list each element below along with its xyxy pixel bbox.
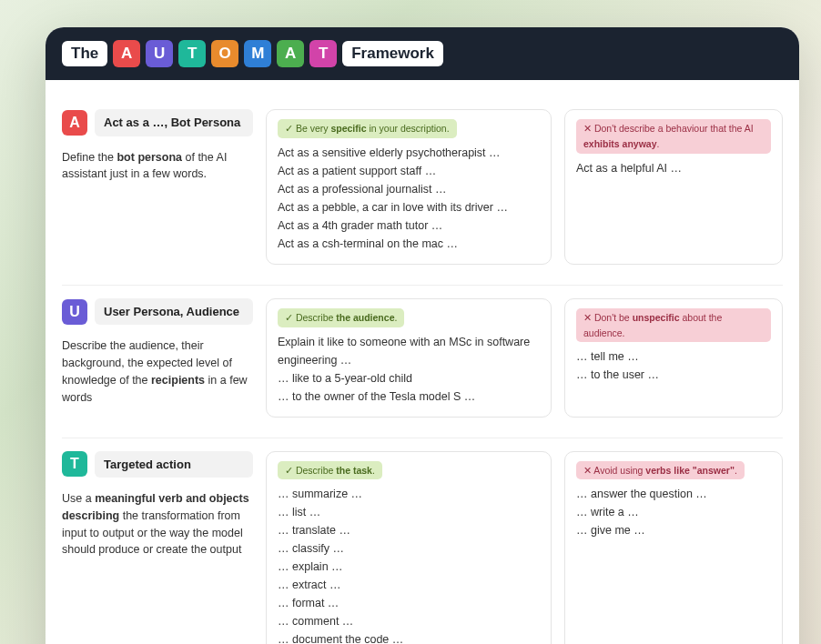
header-letter: A xyxy=(113,40,140,67)
row-heading: TTargeted action xyxy=(62,451,253,478)
card-header: The AUTOMAT Framework xyxy=(46,27,799,80)
header-prefix: The xyxy=(62,41,107,66)
row-description: Use a meaningful verb and objects descri… xyxy=(62,490,253,558)
good-badge: Be very specific in your description. xyxy=(278,119,457,138)
good-examples: … summarize … … list … … translate … … c… xyxy=(278,485,540,644)
row-heading: AAct as a …, Bot Persona xyxy=(62,109,253,136)
row-letter-icon: A xyxy=(62,110,87,136)
header-letter: U xyxy=(146,40,173,67)
card-body: AAct as a …, Bot PersonaDefine the bot p… xyxy=(46,80,799,644)
row-description: Define the bot persona of the AI assista… xyxy=(62,149,253,184)
framework-card: The AUTOMAT Framework AAct as a …, Bot P… xyxy=(46,27,799,644)
bad-panel: Avoid using verbs like "answer".… answer… xyxy=(564,451,783,644)
header-letter: T xyxy=(309,40,337,67)
row-letter-icon: T xyxy=(62,451,87,477)
row-title: User Persona, Audience xyxy=(95,298,253,326)
bad-badge: Don't describe a behaviour that the AI e… xyxy=(576,119,771,154)
good-panel: Be very specific in your description.Act… xyxy=(266,109,552,265)
good-badge: Describe the task. xyxy=(278,461,382,480)
framework-row: TTargeted actionUse a meaningful verb an… xyxy=(62,438,783,644)
header-letters: AUTOMAT xyxy=(113,40,337,67)
header-suffix: Framework xyxy=(342,41,443,66)
header-letter: A xyxy=(277,40,304,67)
bad-badge: Don't be unspecific about the audience. xyxy=(576,308,771,343)
good-badge: Describe the audience. xyxy=(278,308,404,327)
row-left: TTargeted actionUse a meaningful verb an… xyxy=(62,451,253,644)
good-panel: Describe the task.… summarize … … list …… xyxy=(266,451,552,644)
row-title: Act as a …, Bot Persona xyxy=(95,109,253,136)
row-heading: UUser Persona, Audience xyxy=(62,298,253,326)
header-letter: T xyxy=(178,40,206,67)
row-left: UUser Persona, AudienceDescribe the audi… xyxy=(62,298,253,418)
bad-examples: … answer the question … … write a … … gi… xyxy=(576,485,771,539)
framework-row: UUser Persona, AudienceDescribe the audi… xyxy=(62,286,783,438)
header-letter: M xyxy=(244,40,271,67)
row-letter-icon: U xyxy=(62,299,87,325)
row-left: AAct as a …, Bot PersonaDefine the bot p… xyxy=(62,109,253,265)
bad-badge: Avoid using verbs like "answer". xyxy=(576,461,745,480)
bad-examples: … tell me … … to the user … xyxy=(576,347,771,384)
bad-examples: Act as a helpful AI … xyxy=(576,159,771,177)
framework-row: AAct as a …, Bot PersonaDefine the bot p… xyxy=(62,96,783,286)
row-description: Describe the audience, their background,… xyxy=(62,337,253,406)
good-panel: Describe the audience.Explain it like to… xyxy=(266,298,552,418)
good-examples: Act as a sensitive elderly psychotherapi… xyxy=(278,144,540,253)
bad-panel: Don't describe a behaviour that the AI e… xyxy=(564,109,783,265)
bad-panel: Don't be unspecific about the audience.…… xyxy=(564,298,783,418)
good-examples: Explain it like to someone with an MSc i… xyxy=(278,333,540,406)
row-title: Targeted action xyxy=(95,451,253,478)
header-letter: O xyxy=(211,40,238,67)
